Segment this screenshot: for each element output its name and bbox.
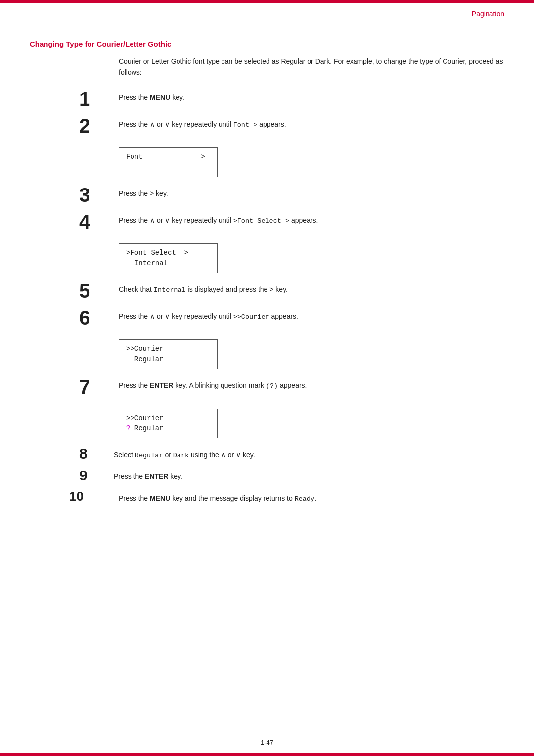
step-9-enter-key: ENTER	[145, 472, 168, 480]
step-5-row: 5 Check that Internal is displayed and p…	[30, 281, 504, 301]
step-3-content: Press the > key.	[119, 185, 504, 199]
step-7-content: Press the ENTER key. A blinking question…	[119, 377, 504, 392]
step-9-content: Press the ENTER key.	[114, 468, 504, 482]
step-2-lcd-wrapper: Font >	[119, 142, 504, 180]
step-6-lcd-wrapper: >>Courier Regular	[119, 334, 504, 372]
step-8-code2: Dark	[173, 452, 189, 459]
step-5-number: 5	[79, 281, 109, 301]
step-10-number: 10	[69, 490, 109, 503]
step-4-lcd-line1: >Font Select >	[126, 248, 210, 258]
step-10-row: 10 Press the MENU key and the message di…	[30, 490, 504, 505]
step-2-code: Font >	[233, 121, 258, 129]
step-7-lcd-line2: ? Regular	[126, 424, 210, 434]
step-1-content: Press the MENU key.	[119, 89, 504, 103]
step-4-lcd-line2: Internal	[126, 258, 210, 269]
step-6-lcd-line2: Regular	[126, 354, 210, 365]
step-3-row: 3 Press the > key.	[30, 185, 504, 205]
step-9-row: 9 Press the ENTER key.	[30, 468, 504, 483]
step-10-menu-key: MENU	[150, 494, 170, 502]
step-4-number: 4	[79, 212, 109, 232]
step-8-row: 8 Select Regular or Dark using the ∧ or …	[30, 446, 504, 461]
step-4-row: 4 Press the ∧ or ∨ key repeatedly until …	[30, 212, 504, 232]
pagination-label: Pagination	[472, 10, 504, 18]
step-7-number: 7	[79, 377, 109, 397]
step-10-content: Press the MENU key and the message displ…	[119, 490, 504, 505]
main-content: Changing Type for Courier/Letter Gothic …	[30, 40, 504, 736]
step-1-row: 1 Press the MENU key.	[30, 89, 504, 109]
step-4-lcd-wrapper: >Font Select > Internal	[119, 238, 504, 276]
step-5-content: Check that Internal is displayed and pre…	[119, 281, 504, 296]
bottom-bar	[0, 753, 534, 756]
step-5-code: Internal	[154, 286, 186, 294]
step-7-lcd: >>Courier ? Regular	[119, 409, 218, 438]
section-title: Changing Type for Courier/Letter Gothic	[30, 40, 504, 48]
step-9-number: 9	[79, 468, 104, 483]
top-bar	[0, 0, 534, 3]
step-7-enter-key: ENTER	[150, 381, 173, 389]
step-2-row: 2 Press the ∧ or ∨ key repeatedly until …	[30, 116, 504, 136]
header-pagination: Pagination	[472, 10, 504, 18]
step-7-lcd-line1: >>Courier	[126, 413, 210, 424]
step-8-number: 8	[79, 446, 104, 461]
step-8-content: Select Regular or Dark using the ∧ or ∨ …	[114, 446, 504, 461]
step-3-number: 3	[79, 185, 109, 205]
step-10-code: Ready	[295, 495, 315, 503]
step-6-lcd-line1: >>Courier	[126, 344, 210, 354]
page-number: 1-47	[261, 739, 273, 746]
step-8-code1: Regular	[135, 452, 163, 459]
step-4-lcd: >Font Select > Internal	[119, 243, 218, 273]
step-2-lcd-line1: Font >	[126, 152, 210, 162]
step-7-code: (?)	[266, 382, 278, 390]
step-2-number: 2	[79, 116, 109, 136]
step-2-lcd-line2	[126, 162, 210, 173]
step-1-number: 1	[79, 89, 109, 109]
step-6-lcd: >>Courier Regular	[119, 339, 218, 369]
intro-text: Courier or Letter Gothic font type can b…	[119, 56, 504, 78]
step-4-content: Press the ∧ or ∨ key repeatedly until >F…	[119, 212, 504, 227]
step-7-cursor: ?	[126, 425, 130, 432]
step-1-menu-key: MENU	[150, 94, 170, 101]
step-6-code: >>Courier	[233, 313, 269, 321]
step-7-row: 7 Press the ENTER key. A blinking questi…	[30, 377, 504, 397]
step-6-number: 6	[79, 308, 109, 328]
step-7-lcd-wrapper: >>Courier ? Regular	[119, 404, 504, 441]
step-6-row: 6 Press the ∧ or ∨ key repeatedly until …	[30, 308, 504, 328]
step-4-code: >Font Select >	[233, 217, 289, 225]
step-6-content: Press the ∧ or ∨ key repeatedly until >>…	[119, 308, 504, 323]
step-2-content: Press the ∧ or ∨ key repeatedly until Fo…	[119, 116, 504, 131]
step-2-lcd: Font >	[119, 147, 218, 177]
